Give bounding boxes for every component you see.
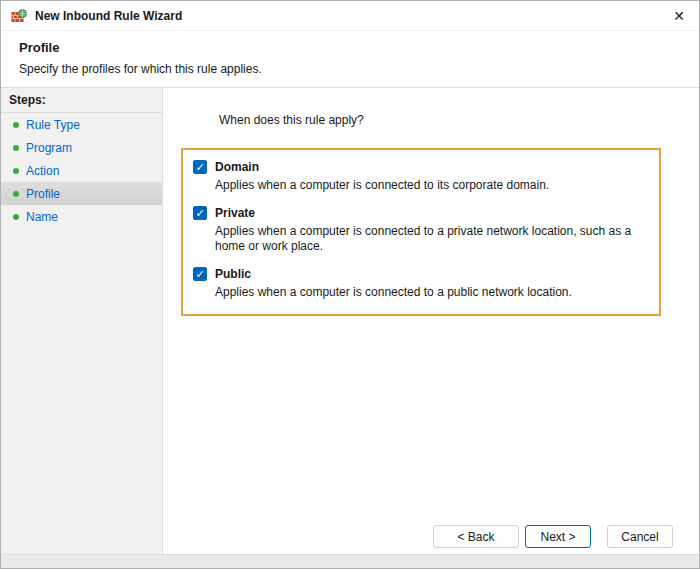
close-button[interactable]: ✕ [659, 1, 699, 31]
content-area: Steps: Rule Type Program Action Profile … [1, 88, 699, 554]
sidebar-item-name[interactable]: Name [1, 205, 162, 228]
wizard-window: { "window": { "title": "New Inbound Rule… [0, 0, 700, 569]
main-pane: When does this rule apply? ✓ Domain Appl… [163, 88, 699, 554]
sidebar-item-action[interactable]: Action [1, 159, 162, 182]
title-bar: New Inbound Rule Wizard ✕ [1, 1, 699, 31]
private-description: Applies when a computer is connected to … [215, 224, 645, 255]
step-bullet-icon [13, 145, 19, 151]
profile-head: ✓ Public [193, 267, 645, 281]
cancel-button[interactable]: Cancel [607, 525, 673, 548]
domain-checkbox-label[interactable]: Domain [215, 160, 259, 174]
public-checkbox[interactable]: ✓ [193, 267, 207, 281]
sidebar-item-label: Program [26, 141, 72, 155]
sidebar-item-rule-type[interactable]: Rule Type [1, 113, 162, 136]
domain-description: Applies when a computer is connected to … [215, 178, 645, 194]
private-checkbox-label[interactable]: Private [215, 206, 255, 220]
domain-checkbox[interactable]: ✓ [193, 160, 207, 174]
close-icon: ✕ [673, 8, 685, 24]
footer-buttons: < Back Next > Cancel [433, 525, 673, 548]
public-description: Applies when a computer is connected to … [215, 285, 645, 301]
next-button[interactable]: Next > [525, 525, 591, 548]
window-title: New Inbound Rule Wizard [35, 9, 182, 23]
profile-row-public: ✓ Public Applies when a computer is conn… [193, 267, 645, 301]
back-button[interactable]: < Back [433, 525, 519, 548]
check-icon: ✓ [195, 161, 204, 173]
profile-head: ✓ Domain [193, 160, 645, 174]
check-icon: ✓ [195, 268, 204, 280]
sidebar-item-profile[interactable]: Profile [1, 182, 162, 205]
profile-head: ✓ Private [193, 206, 645, 220]
sidebar-item-label: Profile [26, 187, 60, 201]
page-subtitle: Specify the profiles for which this rule… [19, 62, 681, 76]
step-bullet-icon [13, 122, 19, 128]
sidebar-item-label: Name [26, 210, 58, 224]
step-bullet-icon [13, 168, 19, 174]
step-bullet-icon [13, 191, 19, 197]
check-icon: ✓ [195, 207, 204, 219]
window-bottom-strip [1, 554, 699, 568]
profile-row-domain: ✓ Domain Applies when a computer is conn… [193, 160, 645, 194]
page-header: Profile Specify the profiles for which t… [1, 31, 699, 88]
firewall-wizard-icon [11, 8, 27, 24]
profile-row-private: ✓ Private Applies when a computer is con… [193, 206, 645, 255]
question-text: When does this rule apply? [219, 113, 364, 127]
steps-heading: Steps: [1, 88, 162, 113]
page-title: Profile [19, 40, 681, 55]
sidebar-item-label: Action [26, 164, 59, 178]
public-checkbox-label[interactable]: Public [215, 267, 251, 281]
sidebar-item-program[interactable]: Program [1, 136, 162, 159]
sidebar-item-label: Rule Type [26, 118, 80, 132]
private-checkbox[interactable]: ✓ [193, 206, 207, 220]
steps-sidebar: Steps: Rule Type Program Action Profile … [1, 88, 163, 554]
highlight-annotation-box: ✓ Domain Applies when a computer is conn… [181, 148, 661, 316]
step-bullet-icon [13, 214, 19, 220]
